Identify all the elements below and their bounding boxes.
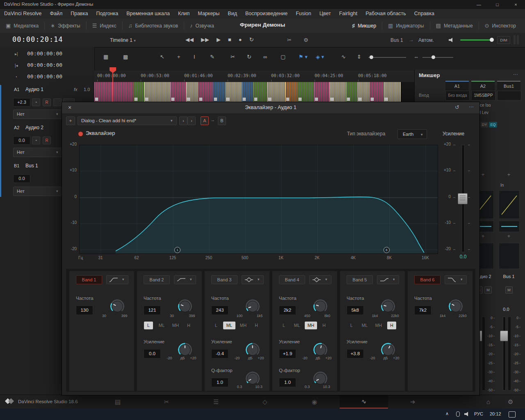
band-freq-knob[interactable]	[112, 301, 123, 312]
ab-compare-b-button[interactable]: B	[218, 116, 226, 125]
dialog-options-icon[interactable]: ···	[469, 104, 474, 110]
band-3-enable-button[interactable]: Band 3	[211, 275, 237, 284]
menu-item-9[interactable]: Fusion	[292, 9, 315, 18]
track-id[interactable]: A2	[14, 125, 19, 130]
clip-view-icon[interactable]: ▩	[123, 54, 128, 60]
band-2-shape-select[interactable]: ▾	[174, 275, 196, 284]
tray-clock[interactable]: 20:12	[490, 411, 501, 416]
band-q-knob[interactable]	[247, 373, 258, 384]
toolbar-right-2[interactable]: ▤Метаданные	[430, 23, 479, 29]
track-view-icon[interactable]: ▦	[103, 54, 108, 60]
eq-enable-toggle[interactable]	[78, 131, 84, 137]
toolbar-right-0[interactable]: ♯Микшер	[347, 23, 382, 29]
audio-clip-segment[interactable]	[314, 82, 330, 102]
minimize-button[interactable]: —	[470, 0, 488, 9]
ab-compare-a-button[interactable]: A	[201, 116, 209, 125]
audio-clip-segment[interactable]	[213, 82, 226, 102]
menu-item-2[interactable]: Правка	[66, 9, 92, 18]
audio-clip-segment[interactable]	[267, 82, 285, 102]
auto-cut-icon[interactable]: ✂	[287, 37, 292, 43]
mute-button[interactable]: M	[484, 286, 492, 294]
toolbar-left-0[interactable]: ▣Медиатека	[0, 23, 44, 29]
menu-item-3[interactable]: Подгонка	[92, 9, 122, 18]
mixer-tab-a2[interactable]: A2	[471, 81, 495, 91]
band-range-mh-button[interactable]: MH	[305, 322, 317, 329]
pencil-tool-icon[interactable]: ✎	[210, 54, 215, 60]
mixer-input-bus1[interactable]	[497, 91, 521, 100]
fade-icon[interactable]: ↻	[247, 54, 251, 60]
band-range-mh-button[interactable]: MH	[169, 322, 182, 329]
band-handle-marker-1[interactable]: 1	[174, 247, 180, 253]
menu-item-8[interactable]: Воспроизведение	[241, 9, 292, 18]
band-range-h-button[interactable]: H	[320, 322, 329, 329]
waveform-icon[interactable]: ∿	[341, 54, 346, 60]
insert-slot-add-button[interactable]: +	[497, 233, 520, 239]
in-timecode[interactable]: 00:00:00:00	[27, 50, 62, 57]
track-height-icon[interactable]: ⇕	[357, 54, 361, 60]
menu-item-6[interactable]: Маркеры	[194, 9, 224, 18]
lock-icon[interactable]: ▪	[32, 137, 40, 144]
menu-item-11[interactable]: Fairlight	[335, 9, 361, 18]
band-gain-knob[interactable]	[179, 344, 191, 356]
band-range-mh-button[interactable]: MH	[372, 322, 385, 329]
menu-item-7[interactable]: Вид	[224, 9, 241, 18]
band-freq-knob[interactable]	[179, 301, 191, 312]
band-freq-value[interactable]: 130	[76, 306, 93, 315]
menu-item-12[interactable]: Рабочая область	[361, 9, 410, 18]
deliver-page-icon[interactable]: ➔	[410, 398, 415, 406]
band-freq-knob[interactable]	[315, 301, 326, 312]
insert-in-label[interactable]: In	[500, 183, 504, 187]
track-option-button[interactable]	[53, 98, 62, 106]
band-range-l-button[interactable]: L	[212, 322, 221, 329]
band-freq-value[interactable]: 121	[144, 306, 161, 315]
timeline-selector[interactable]: Timeline 1 ▾	[110, 37, 136, 43]
band-range-ml-button[interactable]: ML	[223, 322, 235, 329]
tray-language[interactable]: РУС	[474, 411, 483, 416]
insert-slot-add-button[interactable]: +	[497, 171, 520, 178]
cut-icon[interactable]: ✂	[231, 54, 235, 60]
monitor-volume-slider[interactable]	[460, 39, 492, 41]
stop-button[interactable]: ■	[228, 37, 231, 43]
track-gain-value[interactable]: 0.0	[13, 136, 30, 145]
audio-clip-segment[interactable]	[186, 82, 199, 102]
band-5-shape-select[interactable]: ▾	[377, 275, 399, 284]
band-3-shape-select[interactable]: ▾	[242, 275, 264, 284]
band-6-enable-button[interactable]: Band 6	[414, 275, 441, 284]
band-range-h-button[interactable]: H	[184, 322, 193, 329]
band-handle-marker-6[interactable]: 6	[383, 247, 390, 253]
project-home-icon[interactable]: ⌂	[486, 398, 490, 405]
duration-timecode[interactable]: 00:00:00:00	[27, 73, 62, 80]
audio-clip-segment[interactable]	[384, 82, 401, 102]
track-gain-value[interactable]: 0.0	[13, 174, 30, 183]
audio-clip-segment[interactable]	[358, 82, 370, 102]
project-settings-gear-icon[interactable]: ⚙	[508, 398, 513, 406]
band-gain-value[interactable]: +3.8	[347, 349, 364, 358]
mixer-input-a1[interactable]: Без входа	[445, 91, 470, 100]
mixer-input-a2[interactable]: 1M5SBPP	[471, 91, 495, 100]
track-name[interactable]: Bus 1	[25, 163, 38, 169]
band-4-enable-button[interactable]: Band 4	[279, 275, 305, 284]
history-icon[interactable]: ↺	[455, 104, 459, 110]
add-preset-button[interactable]: +	[66, 116, 75, 125]
track-input-select[interactable]: Нет ▾	[13, 148, 62, 157]
audio-clip-segment[interactable]	[199, 82, 213, 102]
mute-button[interactable]: M	[505, 286, 513, 294]
toolbar-left-4[interactable]: ♪Озвучка	[184, 23, 220, 29]
fader-track[interactable]	[503, 317, 506, 390]
range-select-icon[interactable]: +	[177, 54, 180, 60]
band-range-l-button[interactable]: L	[144, 322, 153, 329]
loop-button[interactable]: ↻	[249, 37, 254, 43]
dim-button[interactable]: DIM	[497, 36, 510, 44]
track-name[interactable]: Аудио 2	[25, 125, 43, 130]
speaker-icon[interactable]	[449, 38, 454, 42]
track-input-select[interactable]: Нет ▾	[13, 110, 62, 119]
band-freq-knob[interactable]	[247, 301, 258, 312]
marker-icon[interactable]: ◈ ▾	[316, 54, 324, 60]
mixer-tab-bus1[interactable]: Bus1	[497, 81, 520, 91]
audio-clip-segment[interactable]	[253, 82, 267, 102]
strip-dynamics-thumbnail[interactable]	[499, 221, 520, 232]
band-2-enable-button[interactable]: Band 2	[144, 275, 170, 284]
zoom-slider-handle[interactable]	[370, 55, 373, 59]
band-freq-value[interactable]: 7k2	[414, 306, 431, 315]
band-range-ml-button[interactable]: ML	[155, 322, 168, 329]
